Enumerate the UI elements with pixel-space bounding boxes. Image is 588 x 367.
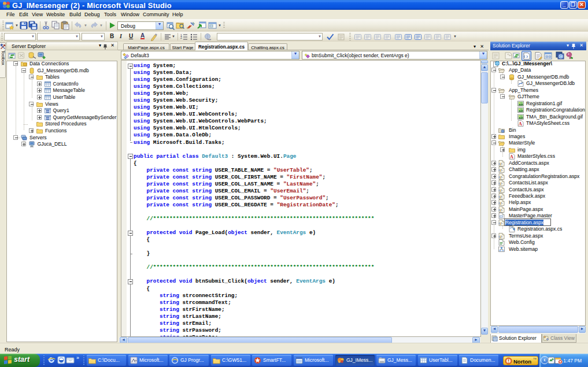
svg-text:2: 2 xyxy=(180,36,182,39)
svg-text:A: A xyxy=(519,121,522,127)
svg-text:A: A xyxy=(510,154,513,160)
